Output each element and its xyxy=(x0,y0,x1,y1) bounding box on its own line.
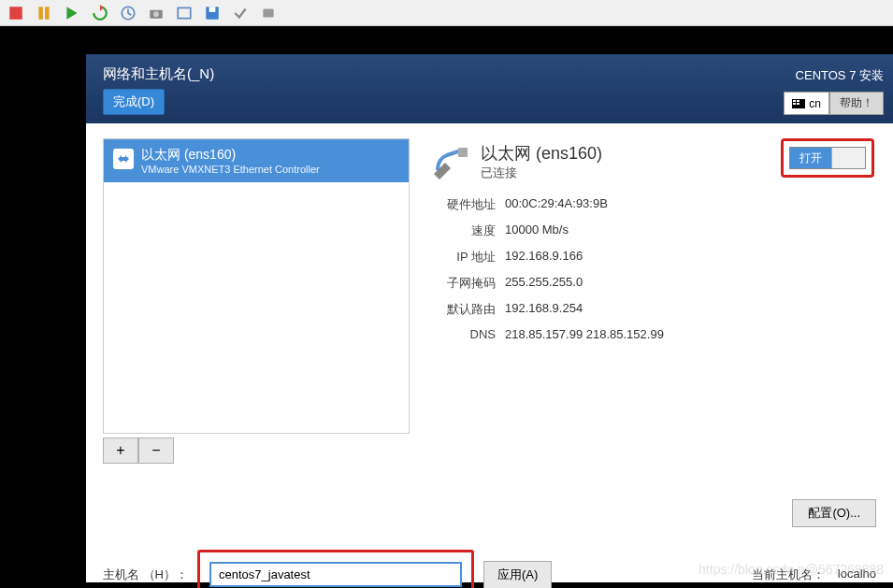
hostname-highlight xyxy=(197,550,474,588)
prop-row: 速度10000 Mb/s xyxy=(432,222,867,239)
dev-icon[interactable] xyxy=(260,5,277,22)
installer-window: 网络和主机名(_N) 完成(D) CENTOS 7 安装 cn 帮助！ xyxy=(86,54,893,582)
header: 网络和主机名(_N) 完成(D) CENTOS 7 安装 cn 帮助！ xyxy=(86,54,893,123)
hostname-label: 主机名 （H）： xyxy=(103,566,188,583)
prop-label: IP 地址 xyxy=(432,249,496,265)
svg-rect-13 xyxy=(793,103,796,105)
vm-toolbar xyxy=(0,0,893,26)
detail-status: 已连接 xyxy=(481,165,602,181)
prop-value: 00:0C:29:4A:93:9B xyxy=(505,196,608,213)
page-title: 网络和主机名(_N) xyxy=(103,65,876,83)
prop-value: 255.255.255.0 xyxy=(505,275,583,292)
play-icon[interactable] xyxy=(64,5,80,22)
network-properties: 硬件地址00:0C:29:4A:93:9B 速度10000 Mb/s IP 地址… xyxy=(432,196,867,341)
diskette-icon[interactable] xyxy=(204,5,221,22)
network-item[interactable]: 以太网 (ens160) VMware VMXNET3 Ethernet Con… xyxy=(104,139,409,182)
svg-rect-1 xyxy=(38,7,43,20)
black-strip xyxy=(0,26,893,54)
ethernet-large-icon xyxy=(432,142,471,181)
prop-value: 218.85.157.99 218.85.152.99 xyxy=(505,327,664,341)
header-right: CENTOS 7 安装 cn 帮助！ xyxy=(784,67,884,115)
svg-rect-14 xyxy=(797,103,799,105)
network-item-info: 以太网 (ens160) VMware VMXNET3 Ethernet Con… xyxy=(141,147,320,175)
add-button[interactable]: + xyxy=(103,437,138,464)
detail-panel: 以太网 (ens160) 已连接 打开 硬件地址00:0C:29:4A:93:9… xyxy=(423,138,876,464)
prop-row: IP 地址192.168.9.166 xyxy=(432,249,867,265)
hostname-input[interactable] xyxy=(209,562,462,587)
toggle-handle xyxy=(831,148,865,168)
help-button[interactable]: 帮助！ xyxy=(829,92,884,115)
toggle-on-label: 打开 xyxy=(790,148,831,168)
config-button-row: 配置(O)... xyxy=(792,499,876,527)
svg-rect-12 xyxy=(797,100,799,102)
refresh-icon[interactable] xyxy=(92,5,108,22)
detail-header: 以太网 (ens160) 已连接 打开 xyxy=(432,142,867,181)
prop-value: 10000 Mb/s xyxy=(505,222,569,239)
toggle-highlight: 打开 xyxy=(781,138,874,178)
prop-row: 硬件地址00:0C:29:4A:93:9B xyxy=(432,196,867,213)
prop-label: 速度 xyxy=(432,222,496,239)
network-item-subtitle: VMware VMXNET3 Ethernet Controller xyxy=(141,164,320,175)
prop-value: 192.168.9.254 xyxy=(505,301,583,318)
svg-rect-6 xyxy=(178,7,191,18)
content: 以太网 (ens160) VMware VMXNET3 Ethernet Con… xyxy=(86,123,893,479)
network-panel: 以太网 (ens160) VMware VMXNET3 Ethernet Con… xyxy=(103,138,410,464)
detail-title-block: 以太网 (ens160) 已连接 xyxy=(481,142,602,181)
network-list[interactable]: 以太网 (ens160) VMware VMXNET3 Ethernet Con… xyxy=(103,138,410,434)
prop-row: 默认路由192.168.9.254 xyxy=(432,301,867,318)
svg-rect-2 xyxy=(45,7,50,20)
apply-button[interactable]: 应用(A) xyxy=(483,561,552,589)
prop-label: 子网掩码 xyxy=(432,275,496,292)
check-icon[interactable] xyxy=(232,5,249,22)
svg-rect-15 xyxy=(458,148,468,157)
pause-icon[interactable] xyxy=(36,5,52,22)
fit-icon[interactable] xyxy=(176,5,193,22)
prop-label: 硬件地址 xyxy=(432,196,496,213)
stop-icon[interactable] xyxy=(7,5,24,22)
lang-help: cn 帮助！ xyxy=(784,92,884,115)
svg-rect-8 xyxy=(209,7,216,12)
done-button[interactable]: 完成(D) xyxy=(103,89,165,115)
network-item-name: 以太网 (ens160) xyxy=(141,147,320,164)
svg-rect-11 xyxy=(793,100,796,102)
prop-row: DNS218.85.157.99 218.85.152.99 xyxy=(432,327,867,341)
svg-point-5 xyxy=(153,11,159,17)
language-code: cn xyxy=(809,97,821,110)
language-selector[interactable]: cn xyxy=(784,92,829,115)
install-title: CENTOS 7 安装 xyxy=(784,67,884,84)
svg-rect-0 xyxy=(9,7,22,20)
prop-label: 默认路由 xyxy=(432,301,496,318)
watermark: https://blog.csdn.n@567268888 xyxy=(699,562,884,577)
connection-toggle[interactable]: 打开 xyxy=(789,147,866,169)
remove-button[interactable]: − xyxy=(138,437,174,464)
ethernet-icon xyxy=(113,149,134,169)
prop-label: DNS xyxy=(432,327,496,341)
clock-icon[interactable] xyxy=(120,5,137,22)
prop-row: 子网掩码255.255.255.0 xyxy=(432,275,867,292)
svg-rect-9 xyxy=(263,8,273,17)
camera-icon[interactable] xyxy=(148,5,165,22)
configure-button[interactable]: 配置(O)... xyxy=(792,499,876,527)
prop-value: 192.168.9.166 xyxy=(505,249,583,265)
detail-title: 以太网 (ens160) xyxy=(481,142,602,165)
list-buttons: + − xyxy=(103,437,410,464)
